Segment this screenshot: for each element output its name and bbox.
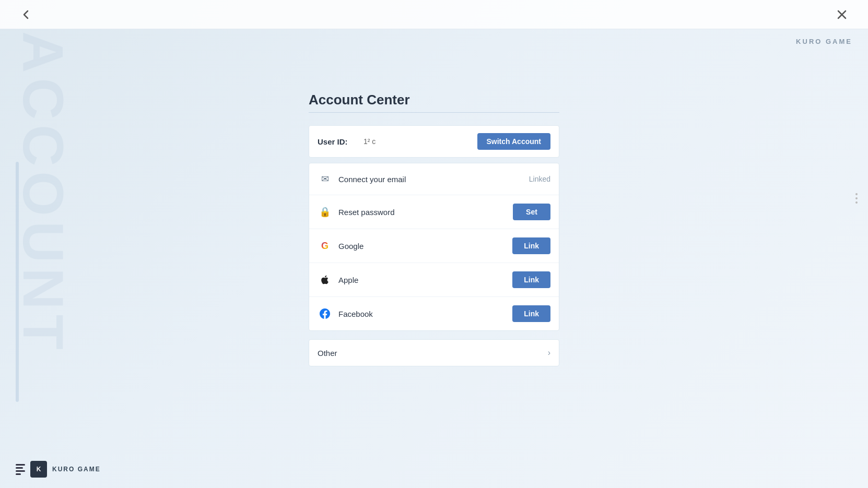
password-label: Reset password — [338, 208, 509, 217]
account-panel: Account Center User ID: 1² c Switch Acco… — [309, 92, 559, 366]
google-icon: G — [318, 239, 332, 253]
facebook-icon — [318, 306, 332, 321]
apple-row: Apple Link — [309, 263, 559, 297]
title-divider — [309, 112, 559, 113]
chevron-right-icon: › — [548, 348, 550, 358]
email-label: Connect your email — [338, 175, 509, 184]
facebook-link-button[interactable]: Link — [512, 305, 550, 322]
email-icon: ✉ — [318, 172, 332, 186]
close-button[interactable] — [831, 4, 852, 25]
top-navigation — [0, 0, 868, 29]
apple-label: Apple — [338, 276, 509, 284]
google-label: Google — [338, 242, 509, 251]
apple-icon — [318, 272, 332, 287]
lock-icon: 🔒 — [318, 205, 332, 219]
logo-icon: K — [30, 461, 47, 478]
set-password-button[interactable]: Set — [513, 204, 550, 220]
password-action: Set — [509, 204, 550, 220]
bottom-logo-text: KURO GAME — [52, 466, 101, 473]
google-action: Link — [509, 237, 550, 254]
google-row: G Google Link — [309, 229, 559, 263]
other-row[interactable]: Other › — [309, 339, 559, 366]
main-content: Account Center User ID: 1² c Switch Acco… — [0, 29, 868, 488]
account-rows-container: ✉ Connect your email Linked 🔒 Reset pass… — [309, 163, 559, 331]
apple-link-button[interactable]: Link — [512, 271, 550, 288]
email-action: Linked — [509, 174, 550, 184]
other-label: Other — [318, 349, 548, 358]
back-button[interactable] — [16, 4, 37, 25]
bottom-logo: K KURO GAME — [16, 461, 101, 478]
facebook-action: Link — [509, 305, 550, 322]
switch-account-button[interactable]: Switch Account — [477, 133, 551, 150]
page-title: Account Center — [309, 92, 559, 108]
user-id-row: User ID: 1² c Switch Account — [309, 125, 559, 158]
linked-status: Linked — [529, 175, 550, 183]
email-row: ✉ Connect your email Linked — [309, 163, 559, 195]
facebook-row: Facebook Link — [309, 297, 559, 330]
user-id-value: 1² c — [359, 137, 477, 146]
google-link-button[interactable]: Link — [512, 237, 550, 254]
apple-action: Link — [509, 271, 550, 288]
password-row: 🔒 Reset password Set — [309, 195, 559, 229]
facebook-label: Facebook — [338, 310, 509, 318]
logo-bars — [16, 464, 25, 475]
user-id-label: User ID: — [318, 137, 359, 146]
